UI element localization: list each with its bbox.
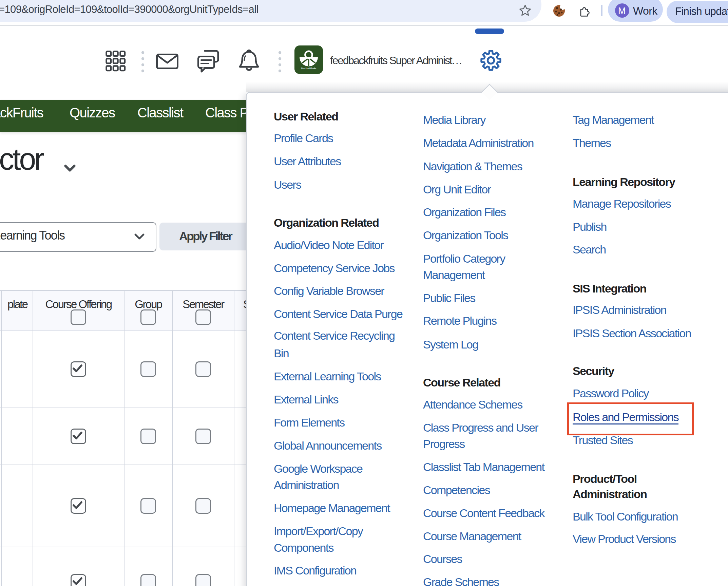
svg-text:FeedbackFruits: FeedbackFruits — [301, 67, 317, 70]
